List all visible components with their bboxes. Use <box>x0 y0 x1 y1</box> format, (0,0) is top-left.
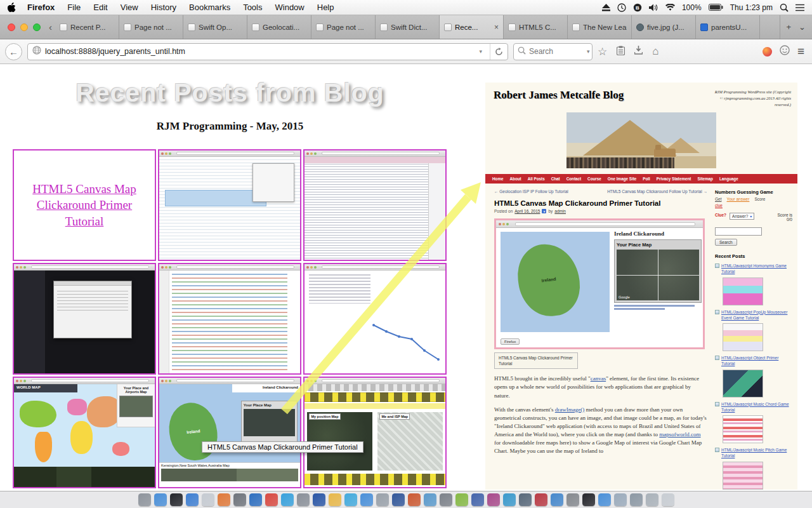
address-input[interactable] <box>45 47 471 56</box>
date-dropdown-icon[interactable]: ▾ <box>542 209 546 213</box>
dock-icon[interactable] <box>344 493 357 506</box>
search-bar[interactable]: ▾ <box>513 43 593 60</box>
back-button[interactable]: ← <box>5 43 22 60</box>
tab-swift-dict[interactable]: Swift Dict... <box>376 15 440 39</box>
menubar-clock[interactable]: Thu 1:23 pm <box>730 3 773 12</box>
recent-post-link[interactable]: HTML/Javascript Music Pitch Game Tutoria… <box>721 448 792 459</box>
b-app-icon[interactable]: B <box>633 3 642 12</box>
dock-icon[interactable] <box>424 493 436 506</box>
spotlight-icon[interactable] <box>780 3 789 12</box>
tab-page-not-found-2[interactable]: Page not ... <box>311 15 376 39</box>
dock-icon[interactable] <box>662 493 674 506</box>
grid-cell-thumb-code-editor[interactable] <box>158 263 301 375</box>
blog-nav-chat[interactable]: Chat <box>548 177 563 181</box>
addon-icon[interactable] <box>763 47 772 57</box>
dock-icon[interactable] <box>566 493 579 506</box>
tab-swift-op[interactable]: Swift Op... <box>183 15 247 39</box>
dock-icon[interactable] <box>376 493 389 506</box>
window-minimize-button[interactable] <box>20 23 28 31</box>
dock-icon[interactable] <box>281 493 294 506</box>
blog-nav-language[interactable]: Language <box>716 177 742 181</box>
clue-link[interactable]: clue <box>715 203 792 208</box>
reading-list-icon[interactable] <box>617 46 625 58</box>
dock-icon[interactable] <box>551 493 563 506</box>
dock-icon[interactable] <box>138 493 151 506</box>
window-zoom-button[interactable] <box>33 23 41 31</box>
recent-post-thumbnail[interactable] <box>723 323 763 351</box>
tab-page-not-found-1[interactable]: Page not ... <box>119 15 183 39</box>
dock-icon[interactable] <box>455 493 468 506</box>
recent-post-link[interactable]: HTML/Javascript Music Chord Game Tutoria… <box>721 402 792 413</box>
smiley-addon-icon[interactable] <box>780 45 790 58</box>
notification-center-icon[interactable] <box>796 4 804 11</box>
blog-nav-home[interactable]: Home <box>489 177 507 181</box>
search-input[interactable] <box>529 47 580 56</box>
dock-icon[interactable] <box>360 493 373 506</box>
dock-icon[interactable] <box>440 493 452 506</box>
recent-post-thumbnail[interactable] <box>723 370 763 398</box>
dock-icon[interactable] <box>233 493 246 506</box>
tab-recent-p[interactable]: Recent P... <box>55 15 119 39</box>
eject-icon[interactable] <box>602 4 610 11</box>
dock-icon[interactable] <box>249 493 262 506</box>
tab-scroll-left-icon[interactable]: ‹ <box>46 22 55 32</box>
blog-nav-contact[interactable]: Contact <box>563 177 584 181</box>
dock-icon[interactable] <box>614 493 627 506</box>
grid-cell-thumb-blogpage[interactable] <box>303 149 447 261</box>
reload-icon[interactable] <box>490 44 508 60</box>
dock-icon[interactable] <box>202 493 214 506</box>
grid-cell-thumb-isp-maps[interactable]: My position Map Me and ISP Map <box>303 377 447 488</box>
battery-icon[interactable] <box>709 4 723 11</box>
url-dropdown-icon[interactable]: ▾ <box>475 44 486 60</box>
your-answer-link[interactable]: Your answer <box>726 197 749 201</box>
url-bar[interactable]: ▾ <box>27 43 508 60</box>
canvas-link[interactable]: canvas <box>591 375 606 382</box>
dock-icon[interactable] <box>154 493 167 506</box>
tab-parentsu[interactable]: parentsU... <box>696 15 760 39</box>
blog-nav-one-image-site[interactable]: One Image Site <box>605 177 640 181</box>
blog-nav-about[interactable]: About <box>507 177 525 181</box>
dock-icon[interactable] <box>392 493 405 506</box>
dock-icon[interactable] <box>408 493 421 506</box>
drawimage-link[interactable]: drawImage() <box>555 406 584 413</box>
dock-icon[interactable] <box>503 493 516 506</box>
grid-cell-thumb-worldmap[interactable]: WORLD MAP Your Place and Airports Map <box>13 377 156 488</box>
grid-cell-thumb-spreadsheet[interactable] <box>158 149 301 261</box>
tab-five-jpg[interactable]: five.jpg (J... <box>632 15 696 39</box>
recent-post-link[interactable]: HTML/Javascript Object Primer Tutorial <box>721 356 792 367</box>
menu-hamburger-icon[interactable]: ≡ <box>797 44 807 58</box>
post-date-link[interactable]: April 16, 2015 <box>514 209 540 213</box>
dock-icon[interactable] <box>186 493 199 506</box>
sidebar-search-button[interactable]: Search <box>715 239 737 246</box>
grid-cell-thumb-chart[interactable] <box>303 263 447 375</box>
menu-item-file[interactable]: File <box>67 3 81 12</box>
time-machine-icon[interactable] <box>617 3 626 12</box>
blog-nav-sitemap[interactable]: Sitemap <box>694 177 716 181</box>
menu-item-help[interactable]: Help <box>317 3 334 12</box>
blog-title[interactable]: Robert James Metcalfe Blog <box>494 89 624 107</box>
bookmark-star-icon[interactable]: ☆ <box>598 45 607 58</box>
grid-cell-thumb-wordpress-dark[interactable] <box>13 263 156 375</box>
volume-icon[interactable] <box>649 4 658 11</box>
downloads-icon[interactable] <box>634 46 643 57</box>
tab-the-new-lear[interactable]: The New Lear... <box>568 15 632 39</box>
new-tab-button[interactable]: + <box>787 22 792 32</box>
blog-nav-privacy-statement[interactable]: Privacy Statement <box>653 177 695 181</box>
recent-post-link[interactable]: HTML/Javascript PopUp Mouseover Event Ga… <box>721 310 792 321</box>
dock-icon[interactable] <box>582 493 595 506</box>
blog-nav-all-posts[interactable]: All Posts <box>525 177 548 181</box>
dock-icon[interactable] <box>630 493 643 506</box>
menu-item-tools[interactable]: Tools <box>243 3 262 12</box>
wifi-icon[interactable] <box>665 4 675 11</box>
dock-icon[interactable] <box>170 493 183 506</box>
blog-nav-course[interactable]: Course <box>584 177 605 181</box>
menu-item-history[interactable]: History <box>151 3 176 12</box>
dock-icon[interactable] <box>646 493 658 506</box>
dock-icon[interactable] <box>313 493 325 506</box>
dock-icon[interactable] <box>218 493 230 506</box>
app-menu-firefox[interactable]: Firefox <box>27 3 55 12</box>
tab-recent-posts-active[interactable]: Rece...× <box>440 15 504 39</box>
dock-icon[interactable] <box>598 493 611 506</box>
menu-item-bookmarks[interactable]: Bookmarks <box>189 3 230 12</box>
tab-geolocation[interactable]: Geolocati... <box>247 15 311 39</box>
